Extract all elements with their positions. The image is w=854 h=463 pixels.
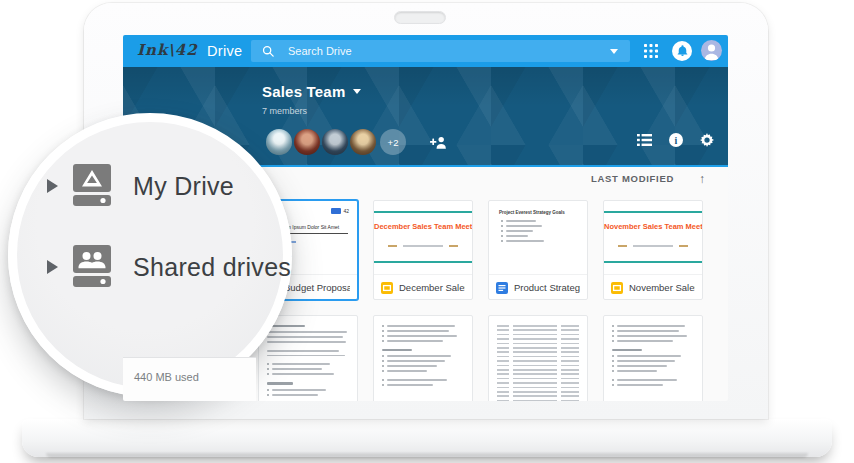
slide-preview-title: December Sales Team Meeting: [374, 222, 472, 231]
search-input[interactable]: Search Drive: [251, 40, 630, 62]
sort-label[interactable]: LAST MODIFIED: [591, 173, 674, 184]
file-preview: December Sales Team Meeting: [374, 201, 472, 275]
product-name: Drive: [207, 43, 242, 59]
doc-preview-title: Project Everest Strategy Goals: [499, 210, 565, 215]
search-options-caret-icon[interactable]: [610, 49, 618, 54]
notifications-icon[interactable]: [672, 41, 692, 61]
account-avatar[interactable]: [701, 40, 722, 61]
file-card[interactable]: [488, 315, 588, 401]
expand-arrow-icon[interactable]: [47, 260, 58, 274]
settings-icon[interactable]: [700, 133, 714, 147]
member-avatar[interactable]: [350, 129, 376, 155]
my-drive-label[interactable]: My Drive: [133, 172, 234, 201]
shared-drives-label[interactable]: Shared drives: [133, 253, 291, 282]
file-card[interactable]: Project Everest Strategy Goals Product S…: [488, 200, 588, 300]
file-card[interactable]: [258, 315, 358, 401]
file-footer: Product Strategy Goa...: [489, 275, 587, 300]
slides-file-icon: [611, 282, 623, 294]
sidebar-item-shared-drives[interactable]: Shared drives: [17, 245, 291, 289]
team-title: Sales Team: [262, 83, 345, 100]
file-card[interactable]: December Sales Team Meeting December Sal…: [373, 200, 473, 300]
slide-preview-title: November Sales Team Meeting: [604, 222, 702, 231]
file-name: Budget Proposal Tem...: [284, 282, 350, 293]
sort-control[interactable]: LAST MODIFIED ↑: [591, 173, 705, 184]
header-actions: i: [637, 133, 714, 147]
file-card[interactable]: November Sales Team Meeting November Sal…: [603, 200, 703, 300]
file-card[interactable]: [603, 315, 703, 401]
file-preview: November Sales Team Meeting: [604, 201, 702, 275]
team-members-count: 7 members: [262, 106, 307, 116]
info-icon[interactable]: i: [669, 133, 683, 147]
slides-file-icon: [381, 282, 393, 294]
search-placeholder: Search Drive: [288, 45, 352, 57]
file-footer: December Sales Tea...: [374, 275, 472, 300]
member-avatar[interactable]: [266, 129, 292, 155]
magnifier-overlay: My Drive Shared drives: [8, 113, 292, 397]
file-name: December Sales Tea...: [399, 282, 465, 293]
member-overflow-badge[interactable]: +2: [380, 129, 406, 155]
docs-file-icon: [496, 282, 508, 294]
camera-slot: [394, 11, 446, 24]
file-grid-row-2: [258, 315, 703, 401]
file-name: Product Strategy Goa...: [514, 282, 580, 293]
app-topbar: Ink\42 Drive Search Drive: [123, 35, 728, 67]
sidebar-item-my-drive[interactable]: My Drive: [17, 164, 234, 208]
doc-logo: 42: [331, 208, 349, 214]
ink42-logo: Ink\42: [137, 41, 199, 59]
expand-arrow-icon[interactable]: [47, 179, 58, 193]
file-footer: November Sales Tea...: [604, 275, 702, 300]
my-drive-icon: [73, 164, 111, 208]
list-view-icon[interactable]: [637, 134, 652, 146]
laptop-mockup: Ink\42 Drive Search Drive: [0, 0, 854, 463]
team-caret-icon[interactable]: [353, 89, 361, 94]
add-member-icon[interactable]: [430, 136, 447, 149]
sort-direction-icon[interactable]: ↑: [699, 174, 705, 184]
file-card[interactable]: [373, 315, 473, 401]
shared-drives-icon: [73, 245, 111, 289]
member-avatar[interactable]: [322, 129, 348, 155]
file-grid-row-1: 42 Lorem Ipsum Dolor Sit Amet Budget Pro…: [258, 200, 703, 300]
search-icon: [262, 45, 274, 57]
member-avatar[interactable]: [294, 129, 320, 155]
team-title-row[interactable]: Sales Team: [262, 83, 361, 100]
apps-grid-icon[interactable]: [644, 44, 658, 58]
file-name: November Sales Tea...: [629, 282, 695, 293]
file-preview: Project Everest Strategy Goals: [489, 201, 587, 275]
team-members-row: +2: [266, 129, 447, 155]
storage-used-label: 440 MB used: [134, 371, 256, 383]
storage-indicator: 440 MB used: [123, 357, 256, 401]
laptop-base: [22, 419, 832, 457]
